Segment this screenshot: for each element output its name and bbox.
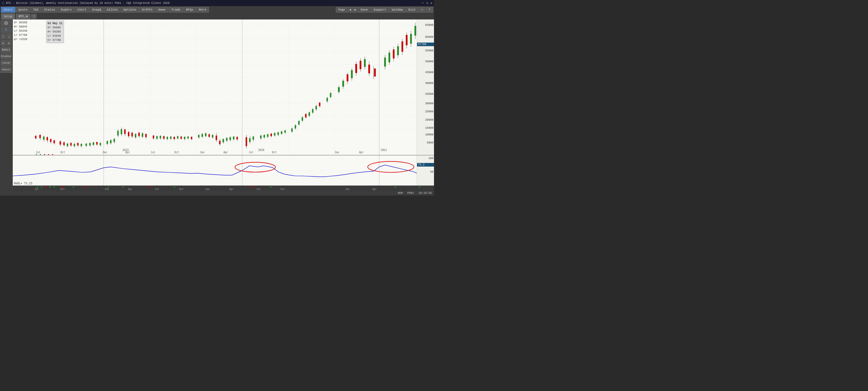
support-button[interactable]: Support: [371, 7, 389, 12]
help-button[interactable]: ?: [426, 7, 433, 12]
svg-rect-255: [395, 186, 396, 188]
chart-area[interactable]: O= 56350 H= 58845 L= 55340 L= 57700 Δ= +…: [13, 20, 417, 155]
rescl-button[interactable]: ReScl: [1, 47, 12, 53]
window-button[interactable]: Window: [389, 7, 405, 12]
svg-rect-124: [223, 139, 224, 142]
svg-rect-118: [212, 135, 213, 138]
svg-rect-94: [166, 137, 168, 139]
trade-menu-button[interactable]: Trade: [169, 7, 183, 12]
svg-rect-229: [48, 154, 49, 155]
svg-rect-150: [277, 132, 279, 135]
nav-prev-button[interactable]: ◄: [348, 7, 352, 12]
save-button[interactable]: Save: [358, 7, 370, 12]
page-button[interactable]: Page: [336, 7, 347, 12]
supsrv-menu-button[interactable]: SupSrv: [58, 7, 74, 12]
svg-text:Jan: Jan: [104, 188, 109, 190]
svg-rect-140: [260, 136, 261, 138]
price-25000: 25000: [425, 110, 433, 113]
studies-button[interactable]: Studies: [1, 53, 12, 60]
svg-rect-46: [74, 144, 75, 146]
nav-next-button[interactable]: ►: [353, 7, 358, 12]
intd-button[interactable]: <IntD>: [1, 60, 12, 66]
price-55000: 55000: [425, 49, 433, 52]
crosshair2-button[interactable]: ✛: [6, 40, 12, 46]
ohlc-overlay: O= 56350 H= 58845 L= 55340 L= 57700 Δ= +…: [14, 21, 27, 41]
svg-rect-254: [270, 186, 271, 188]
add-tab-button[interactable]: +: [31, 14, 36, 19]
hvol-scale: 100 73.2 50: [417, 155, 434, 185]
svg-rect-84: [145, 134, 147, 138]
svg-text:Apr: Apr: [128, 188, 132, 190]
svg-rect-60: [99, 143, 101, 145]
print-button[interactable]: [1, 20, 12, 26]
svg-rect-253: [252, 186, 253, 188]
svg-rect-186: [355, 64, 357, 73]
ts-menu-button[interactable]: T&S: [31, 7, 41, 12]
arrow-up-button[interactable]: ↑: [1, 33, 6, 39]
svg-text:Jan: Jan: [206, 188, 210, 190]
svg-rect-100: [177, 136, 179, 139]
svg-rect-148: [274, 133, 275, 136]
svg-rect-82: [142, 133, 143, 137]
svg-rect-154: [284, 130, 286, 133]
svg-text:Jul: Jul: [249, 151, 254, 154]
svg-rect-188: [360, 61, 362, 69]
close-button[interactable]: ✕: [430, 1, 432, 5]
svg-rect-64: [110, 140, 112, 144]
chart-menu-button[interactable]: Chart: [1, 7, 15, 12]
price-scale: 65000 60000 57700 55000 50000 45000 4000…: [417, 20, 434, 155]
currency-button[interactable]: €: [1, 27, 12, 33]
svg-rect-110: [198, 135, 199, 138]
bottom-bar: NUM P001 18:18:56: [0, 190, 434, 196]
svg-rect-30: [43, 137, 44, 140]
svg-rect-250: [123, 186, 124, 188]
svg-rect-126: [226, 138, 227, 141]
svg-rect-68: [117, 131, 119, 136]
symbol-tab[interactable]: BTC,W: [16, 14, 30, 19]
svg-rect-168: [312, 109, 313, 113]
overlay-o: O=: [48, 26, 53, 29]
svg-rect-227: [40, 154, 41, 155]
svg-text:Apr: Apr: [229, 188, 234, 190]
setup-button[interactable]: Setup: [1, 13, 15, 20]
top-bar: Setup BTC,W +: [0, 13, 434, 20]
svg-rect-42: [67, 144, 68, 146]
options-menu-button[interactable]: Options: [121, 7, 139, 12]
svg-rect-28: [39, 135, 40, 138]
svg-rect-142: [264, 135, 265, 138]
ordtkt-menu-button[interactable]: OrdTkt: [139, 7, 155, 12]
alert-menu-button[interactable]: Alert: [75, 7, 89, 12]
hvol-value: HVOL= 73.23: [14, 182, 32, 185]
arrow-down-button[interactable]: ↓: [6, 33, 12, 39]
restore-button[interactable]: ❐: [426, 1, 428, 5]
overlay-c: C=: [48, 39, 53, 42]
quote-menu-button[interactable]: Quote: [16, 7, 30, 12]
svg-rect-248: [85, 186, 86, 188]
svg-rect-96: [170, 137, 172, 139]
svg-text:Jul: Jul: [257, 188, 261, 190]
hist-button[interactable]: <Hist>: [1, 67, 12, 73]
restore2-button[interactable]: ❐: [419, 7, 425, 12]
hvol-chart[interactable]: [13, 155, 417, 185]
svg-rect-243: [45, 186, 46, 188]
svg-rect-120: [216, 136, 217, 140]
allcon-menu-button[interactable]: AllCon: [104, 7, 120, 12]
price-20000: 20000: [425, 118, 433, 122]
ohlc-close-label: L=: [14, 34, 19, 37]
svg-rect-196: [384, 58, 386, 66]
ohlc-high-label: H=: [14, 25, 19, 28]
crosshair1-button[interactable]: ✛: [1, 40, 6, 46]
news-menu-button[interactable]: News: [156, 7, 168, 12]
more-menu-button[interactable]: More: [196, 7, 209, 12]
status-menu-button[interactable]: Status: [42, 7, 58, 12]
ohlc-delta-value: +1520: [19, 38, 27, 41]
svg-rect-116: [209, 134, 210, 137]
svg-rect-88: [156, 136, 158, 139]
svg-rect-146: [271, 133, 272, 136]
sidebar: € ↑ ↓ ✛ ✛ ReScl Studies <IntD> <Hist>: [0, 20, 13, 190]
minimize-button[interactable]: —: [422, 1, 424, 5]
price-chart[interactable]: Jul Oct Jan Apr Jul Oct Jan Apr Jul Oct …: [13, 20, 417, 155]
exit-button[interactable]: Exit: [406, 7, 418, 12]
rfqs-menu-button[interactable]: RFQs: [184, 7, 196, 12]
snapq-menu-button[interactable]: SnapQ: [90, 7, 104, 12]
